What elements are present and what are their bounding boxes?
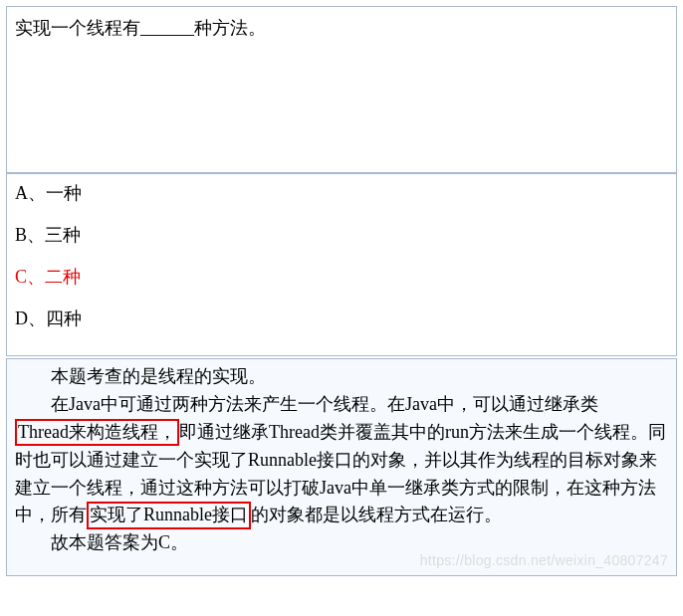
question-text: 实现一个线程有______种方法。 — [15, 18, 266, 38]
explanation-p3-text: 故本题答案为C。 — [51, 532, 188, 552]
highlight-runnable: 实现了Runnable接口 — [87, 502, 251, 528]
option-a-label: A、一种 — [15, 183, 82, 203]
explanation-p3: 故本题答案为C。 — [15, 529, 668, 557]
option-d[interactable]: D、四种 — [15, 309, 668, 327]
option-b[interactable]: B、三种 — [15, 226, 668, 244]
option-c[interactable]: C、二种 — [15, 268, 668, 286]
option-a[interactable]: A、一种 — [15, 184, 668, 202]
question-box: 实现一个线程有______种方法。 — [6, 6, 677, 173]
options-box: A、一种 B、三种 C、二种 D、四种 — [6, 173, 677, 356]
explanation-p2: 在Java中可通过两种方法来产生一个线程。在Java中，可以通过继承类Threa… — [15, 391, 668, 529]
option-b-label: B、三种 — [15, 225, 81, 245]
explanation-p2a-text: 在Java中可通过两种方法来产生一个线程。在Java中，可以通过继承类 — [51, 394, 598, 414]
highlight-thread: Thread来构造线程， — [15, 419, 179, 446]
option-d-label: D、四种 — [15, 308, 82, 328]
explanation-box: 本题考查的是线程的实现。 在Java中可通过两种方法来产生一个线程。在Java中… — [6, 358, 677, 576]
explanation-p1-text: 本题考查的是线程的实现。 — [51, 366, 266, 386]
option-c-label: C、二种 — [15, 267, 81, 287]
explanation-p2c-text: 的对象都是以线程方式在运行。 — [251, 505, 502, 524]
explanation-p1: 本题考查的是线程的实现。 — [15, 363, 668, 391]
